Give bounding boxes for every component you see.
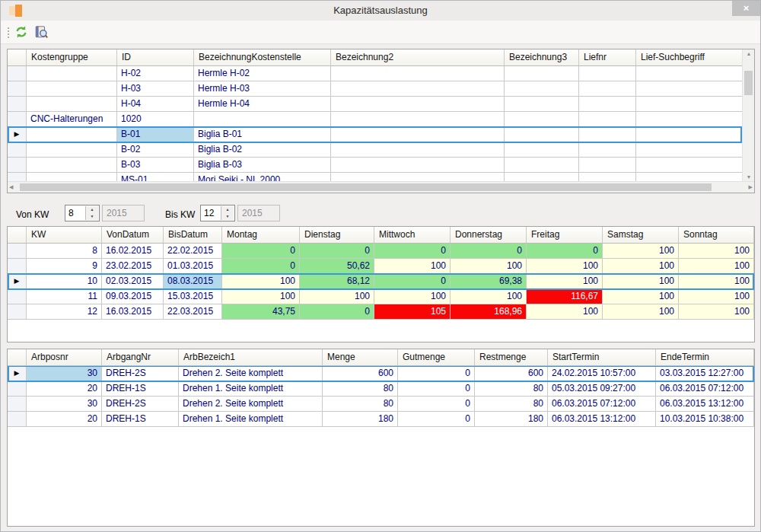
table-row[interactable]: 816.02.201522.02.201500000100100 (8, 244, 754, 259)
table-cell[interactable] (331, 158, 505, 173)
table-cell[interactable]: 09.03.2015 (102, 289, 164, 304)
column-header-kw[interactable]: KW (27, 227, 102, 243)
table-cell[interactable]: 0 (527, 244, 603, 259)
spin-down-icon[interactable] (221, 213, 234, 220)
table-cell[interactable]: 08.03.2015 (164, 274, 222, 289)
table-cell[interactable]: 100 (603, 289, 679, 304)
table-cell[interactable] (331, 112, 505, 127)
table-cell[interactable]: 50,62 (300, 259, 374, 274)
table-cell[interactable]: MS-01 (117, 173, 194, 181)
table-cell[interactable]: 05.03.2015 09:27:00 (548, 381, 656, 397)
table-cell[interactable]: 100 (679, 244, 754, 259)
table-cell[interactable]: 23.02.2015 (102, 259, 164, 274)
table-cell[interactable] (636, 158, 742, 173)
column-header-restmenge[interactable]: Restmenge (475, 349, 548, 365)
vertical-scrollbar[interactable] (742, 49, 754, 181)
table-cell[interactable]: 0 (451, 244, 527, 259)
column-header-starttermin[interactable]: StartTermin (548, 349, 656, 365)
table-row[interactable]: 30DREH-2SDrehen 2. Seite komplett8008006… (8, 397, 754, 412)
row-selector[interactable] (8, 289, 27, 304)
table-cell[interactable]: 11 (27, 289, 102, 304)
column-header-bezeichnungkostenstelle[interactable]: BezeichnungKostenstelle (194, 49, 331, 65)
table-cell[interactable]: 105 (374, 304, 451, 320)
table-cell[interactable]: 69,38 (451, 274, 527, 289)
table-row[interactable]: 20DREH-1SDrehen 1. Seite komplett8008005… (8, 381, 754, 397)
table-cell[interactable]: 80 (475, 381, 548, 397)
table-cell[interactable]: 06.03.2015 13:12:00 (548, 412, 656, 427)
table-cell[interactable]: 100 (603, 259, 679, 274)
row-selector[interactable] (8, 304, 27, 320)
von-kw-spinner[interactable]: 8 (65, 205, 100, 221)
table-cell[interactable]: 16.03.2015 (102, 304, 164, 320)
table-cell[interactable] (27, 142, 117, 158)
table-cell[interactable]: 100 (679, 289, 754, 304)
table-cell[interactable]: 20 (27, 381, 102, 397)
row-selector[interactable]: ▶ (8, 127, 27, 142)
table-cell[interactable]: 0 (398, 381, 475, 397)
table-cell[interactable]: 24.02.2015 10:57:00 (548, 366, 656, 381)
table-cell[interactable]: 100 (603, 244, 679, 259)
table-cell[interactable]: DREH-1S (102, 381, 179, 397)
table-cell[interactable] (27, 81, 117, 97)
column-header-sonntag[interactable]: Sonntag (679, 227, 754, 243)
table-cell[interactable] (331, 142, 505, 158)
row-selector[interactable] (8, 397, 27, 412)
row-selector[interactable] (8, 381, 27, 397)
column-header-freitag[interactable]: Freitag (527, 227, 603, 243)
table-cell[interactable] (579, 142, 636, 158)
table-cell[interactable] (579, 112, 636, 127)
table-cell[interactable] (331, 97, 505, 112)
table-row[interactable]: 20DREH-1SDrehen 1. Seite komplett1800180… (8, 412, 754, 427)
table-cell[interactable]: 100 (300, 289, 374, 304)
column-header-kostengruppe[interactable]: Kostengruppe (27, 49, 117, 65)
table-cell[interactable]: 0 (222, 259, 300, 274)
lookup-button[interactable] (34, 25, 49, 40)
table-cell[interactable]: 10.03.2015 10:38:00 (656, 412, 754, 427)
table-row[interactable]: 1109.03.201515.03.2015100100100100116,67… (8, 289, 754, 304)
table-cell[interactable]: B-03 (117, 158, 194, 173)
table-cell[interactable]: 80 (475, 397, 548, 412)
spin-up-icon[interactable] (86, 206, 98, 213)
table-cell[interactable]: 100 (451, 259, 527, 274)
table-cell[interactable]: Biglia B-03 (194, 158, 331, 173)
table-cell[interactable]: B-02 (117, 142, 194, 158)
table-cell[interactable]: Drehen 1. Seite komplett (179, 381, 323, 397)
column-header-arbbezeich1[interactable]: ArbBezeich1 (179, 349, 323, 365)
bis-kw-spinner[interactable]: 12 (200, 205, 235, 221)
table-cell[interactable]: DREH-2S (102, 366, 179, 381)
table-cell[interactable] (636, 173, 742, 181)
column-header-bezeichnung2[interactable]: Bezeichnung2 (331, 49, 505, 65)
table-cell[interactable]: 600 (475, 366, 548, 381)
table-cell[interactable]: H-03 (117, 81, 194, 97)
table-cell[interactable] (579, 97, 636, 112)
table-cell[interactable]: 30 (27, 397, 102, 412)
table-cell[interactable]: 03.03.2015 12:27:00 (656, 366, 754, 381)
table-cell[interactable]: 100 (603, 304, 679, 320)
table-cell[interactable]: 68,12 (300, 274, 374, 289)
column-header-bisdatum[interactable]: BisDatum (164, 227, 222, 243)
table-cell[interactable] (505, 142, 579, 158)
table-cell[interactable]: 168,96 (451, 304, 527, 320)
table-cell[interactable]: 06.03.2015 07:12:00 (548, 397, 656, 412)
column-header-dienstag[interactable]: Dienstag (300, 227, 374, 243)
column-header-id[interactable]: ID (117, 49, 194, 65)
spin-up-icon[interactable] (221, 206, 234, 213)
table-cell[interactable]: 100 (222, 274, 300, 289)
table-cell[interactable]: Biglia B-01 (194, 127, 331, 142)
table-cell[interactable]: 12 (27, 304, 102, 320)
scroll-left-icon[interactable] (9, 182, 13, 193)
table-cell[interactable]: 0 (300, 304, 374, 320)
table-cell[interactable] (636, 112, 742, 127)
column-header-donnerstag[interactable]: Donnerstag (451, 227, 527, 243)
spin-down-icon[interactable] (86, 213, 98, 220)
table-cell[interactable] (636, 142, 742, 158)
table-cell[interactable]: 80 (323, 381, 398, 397)
table-row[interactable]: H-02Hermle H-02 (8, 66, 742, 81)
column-header-lief-suchbegriff[interactable]: Lief-Suchbegriff (636, 49, 742, 65)
column-header-menge[interactable]: Menge (323, 349, 398, 365)
table-cell[interactable]: 116,67 (527, 289, 603, 304)
table-cell[interactable]: 180 (323, 412, 398, 427)
table-cell[interactable]: 0 (374, 244, 451, 259)
column-header-endetermin[interactable]: EndeTermin (656, 349, 754, 365)
table-cell[interactable]: Drehen 2. Seite komplett (179, 397, 323, 412)
